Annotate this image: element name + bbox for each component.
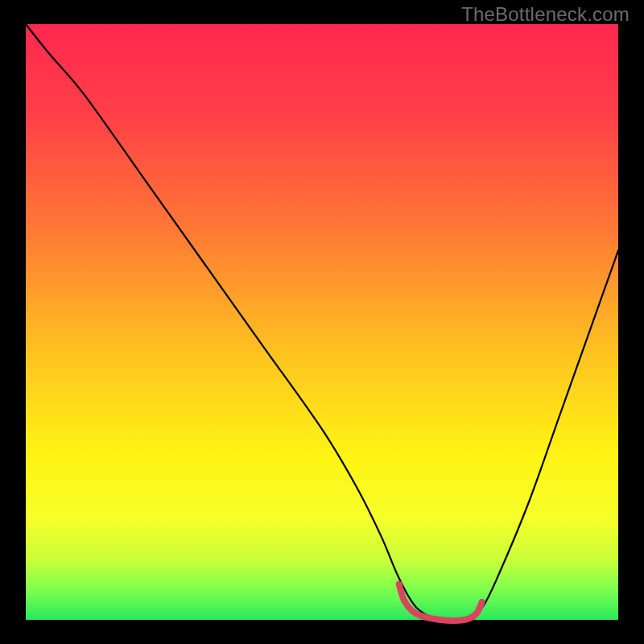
chart-frame: TheBottleneck.com — [0, 0, 644, 644]
watermark-text: TheBottleneck.com — [461, 3, 630, 26]
gradient-background — [26, 24, 618, 620]
bottleneck-chart — [0, 0, 644, 644]
